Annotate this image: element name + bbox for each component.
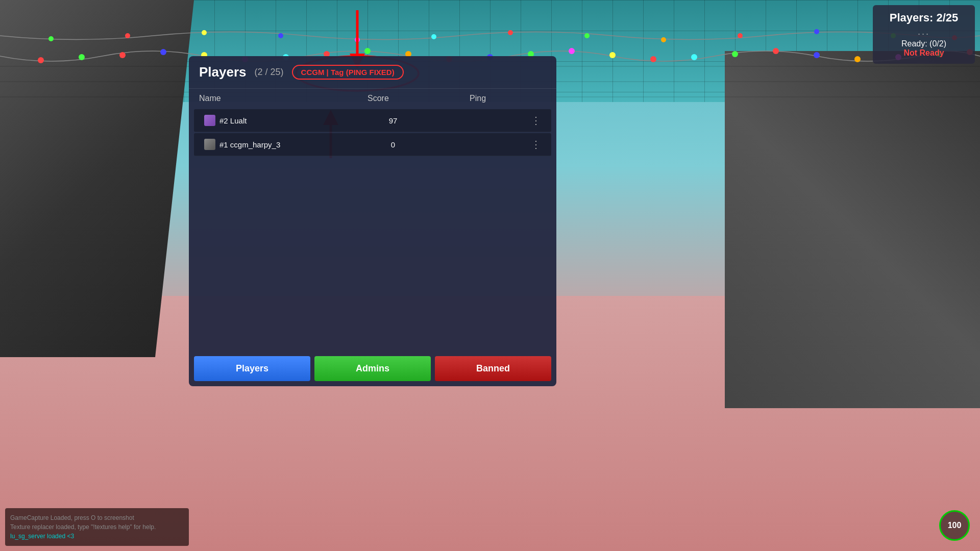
hud-panel: Players: 2/25 ... Ready: (0/2) Not Ready <box>873 5 975 64</box>
player-count: (2 / 25) <box>255 67 284 78</box>
player-score-1: 97 <box>342 116 444 125</box>
console-line-2: Texture replacer loaded, type "!textures… <box>10 522 184 532</box>
col-ping: Ping <box>470 94 546 103</box>
hud-title: Players: 2/25 <box>883 11 965 24</box>
panel-title: Players <box>199 64 247 80</box>
player-name-1: #2 Lualt <box>204 115 342 126</box>
players-button[interactable]: Players <box>194 356 310 381</box>
player-name-2: #1 ccgm_harpy_3 <box>204 139 342 150</box>
console-line-1: GameCapture Loaded, press O to screensho… <box>10 513 184 522</box>
hud-not-ready: Not Ready <box>883 48 965 58</box>
col-score: Score <box>368 94 470 103</box>
fps-value: 100 <box>948 521 962 530</box>
panel-header: Players (2 / 25) CCGM | Tag (PING FIXED) <box>189 56 556 89</box>
banned-button[interactable]: Banned <box>435 356 551 381</box>
players-panel: Players (2 / 25) CCGM | Tag (PING FIXED)… <box>189 56 556 386</box>
admins-button[interactable]: Admins <box>314 356 431 381</box>
player-fullname-1: #2 Lualt <box>219 116 247 125</box>
panel-buttons: Players Admins Banned <box>189 351 556 386</box>
console-line-3: lu_sg_server loaded <3 <box>10 532 184 541</box>
ccgm-badge: CCGM | Tag (PING FIXED) <box>292 65 404 80</box>
table-row[interactable]: #2 Lualt 97 ⋮ <box>194 109 551 132</box>
table-header: Name Score Ping <box>189 89 556 108</box>
player-avatar-1 <box>204 115 215 126</box>
hud-ready: Ready: (0/2) <box>883 39 965 48</box>
player-menu-2[interactable]: ⋮ <box>521 138 541 151</box>
player-score-2: 0 <box>342 140 444 149</box>
console-panel: GameCapture Loaded, press O to screensho… <box>5 508 189 546</box>
player-menu-1[interactable]: ⋮ <box>521 114 541 127</box>
hud-dots: ... <box>883 27 965 37</box>
player-fullname-2: #1 ccgm_harpy_3 <box>219 140 280 149</box>
fps-indicator: 100 <box>939 510 970 541</box>
player-avatar-2 <box>204 139 215 150</box>
right-wall <box>725 51 980 408</box>
table-row[interactable]: #1 ccgm_harpy_3 0 ⋮ <box>194 133 551 156</box>
col-name: Name <box>199 94 368 103</box>
panel-empty-area <box>189 157 556 351</box>
